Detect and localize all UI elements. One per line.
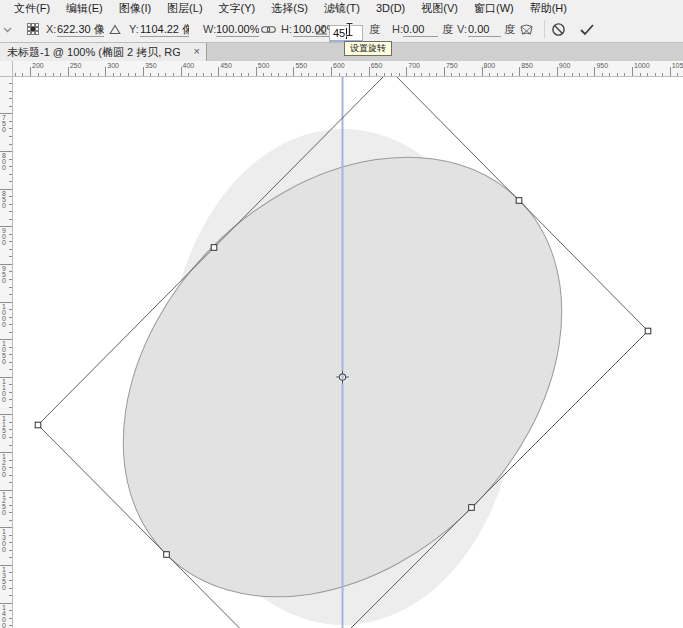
reference-point-locator-icon[interactable] — [27, 16, 40, 42]
ruler-tick — [0, 113, 12, 114]
corner-handle-left[interactable] — [35, 422, 41, 428]
ruler-tick — [662, 73, 663, 76]
ruler-tick — [9, 166, 12, 167]
horizontal-ruler[interactable]: 2002503003504004505005506006507007508008… — [13, 61, 683, 77]
menu-item-8[interactable]: 视图(V) — [413, 1, 466, 16]
ruler-tick — [196, 73, 197, 76]
ruler-tick — [278, 73, 279, 76]
document-tab-bar: 未标题-1 @ 100% (椭圆 2 拷贝, RGB/8#) * × — [0, 43, 683, 61]
document-tab-title: 未标题-1 @ 100% (椭圆 2 拷贝, RGB/8#) * — [0, 45, 180, 60]
relative-position-delta-icon[interactable] — [109, 16, 121, 42]
menu-item-1[interactable]: 编辑(E) — [58, 1, 111, 16]
chevron-down-icon[interactable] — [3, 17, 12, 43]
ruler-tick — [9, 422, 12, 423]
ruler-tick — [9, 211, 12, 212]
ruler-label: 8 0 0 — [2, 153, 6, 171]
menu-item-5[interactable]: 选择(S) — [263, 1, 316, 16]
ruler-tick — [624, 73, 625, 76]
ruler-tick — [9, 618, 12, 619]
transform-options-bar: X: 622.30 像素 Y: 1104.22 像素 W: 100.00% H:… — [0, 16, 683, 43]
ruler-tick — [369, 67, 370, 76]
ruler-label: 950 — [596, 62, 608, 70]
ruler-tick — [248, 73, 249, 76]
warp-mode-toggle-icon[interactable] — [519, 16, 534, 42]
ruler-tick — [323, 73, 324, 76]
edge-handle-top-right[interactable] — [516, 198, 522, 204]
document-canvas[interactable] — [13, 77, 683, 628]
h-skew-field[interactable]: 0.00 — [403, 22, 438, 37]
ruler-tick — [9, 159, 12, 160]
ruler-tick — [0, 226, 12, 227]
cancel-transform-icon[interactable] — [551, 16, 566, 42]
ruler-label: 350 — [145, 62, 157, 70]
ruler-tick — [150, 73, 151, 76]
ruler-tick — [0, 264, 12, 265]
ruler-tick — [632, 67, 633, 76]
ruler-tick — [677, 73, 678, 76]
ruler-tick — [211, 73, 212, 76]
width-field[interactable]: 100.00% — [216, 22, 259, 37]
ruler-tick — [105, 67, 106, 76]
menu-item-10[interactable]: 帮助(H) — [522, 1, 575, 16]
ruler-label: 850 — [521, 62, 533, 70]
ruler-tick — [9, 91, 12, 92]
menu-item-4[interactable]: 文字(Y) — [211, 1, 264, 16]
tab-close-icon[interactable]: × — [194, 45, 200, 57]
menu-item-0[interactable]: 文件(F) — [6, 1, 58, 16]
ruler-tick — [9, 482, 12, 483]
ruler-label: 1 2 0 0 — [2, 454, 6, 478]
ruler-tick — [271, 73, 272, 76]
ruler-tick — [9, 241, 12, 242]
menu-item-6[interactable]: 滤镜(T) — [316, 1, 368, 16]
ruler-label: 300 — [107, 62, 119, 70]
ruler-tick — [9, 535, 12, 536]
ruler-tick — [188, 73, 189, 76]
ruler-tick — [0, 302, 12, 303]
ruler-tick — [9, 542, 12, 543]
ruler-tick — [602, 73, 603, 76]
y-position-field[interactable]: 1104.22 像素 — [140, 22, 189, 37]
ruler-corner[interactable] — [0, 61, 13, 77]
ruler-tick — [9, 287, 12, 288]
edge-handle-top-left[interactable] — [211, 245, 217, 251]
ruler-tick — [203, 73, 204, 76]
corner-handle-right[interactable] — [645, 328, 651, 334]
ruler-tick — [504, 73, 505, 76]
menu-item-7[interactable]: 3D(D) — [368, 2, 413, 14]
ruler-tick — [9, 332, 12, 333]
x-position-field[interactable]: 622.30 像素 — [57, 22, 104, 37]
menu-item-3[interactable]: 图层(L) — [159, 1, 210, 16]
ruler-tick — [354, 73, 355, 76]
ruler-tick — [9, 136, 12, 137]
ruler-tick — [9, 369, 12, 370]
ruler-tick — [9, 557, 12, 558]
ruler-tick — [474, 73, 475, 76]
link-dimensions-icon[interactable] — [261, 16, 276, 42]
ruler-tick — [241, 73, 242, 76]
ruler-tick — [9, 196, 12, 197]
x-position-label: X: — [46, 16, 56, 42]
vertical-ruler[interactable]: 7 5 08 0 08 5 09 0 09 5 01 0 0 01 0 5 01… — [0, 77, 13, 628]
ruler-label: 1 0 5 0 — [2, 341, 6, 365]
document-tab[interactable]: 未标题-1 @ 100% (椭圆 2 拷贝, RGB/8#) * × — [0, 43, 207, 61]
ruler-tick — [173, 73, 174, 76]
menu-item-2[interactable]: 图像(I) — [111, 1, 159, 16]
tooltip-set-rotation: 设置旋转 — [344, 41, 392, 56]
ruler-tick — [9, 181, 12, 182]
ruler-tick — [218, 67, 219, 76]
rotation-unit: 度 — [369, 16, 380, 42]
ruler-tick — [75, 73, 76, 76]
commit-transform-icon[interactable] — [579, 16, 595, 42]
ruler-tick — [226, 73, 227, 76]
ruler-label: 8 5 0 — [2, 191, 6, 209]
ruler-tick — [640, 73, 641, 76]
menu-item-9[interactable]: 窗口(W) — [466, 1, 522, 16]
ruler-tick — [609, 73, 610, 76]
ruler-tick — [647, 73, 648, 76]
ruler-label: 750 — [446, 62, 458, 70]
ruler-tick — [9, 106, 12, 107]
edge-handle-bottom-left[interactable] — [164, 552, 170, 558]
v-skew-field[interactable]: 0.00 — [468, 22, 501, 37]
edge-handle-bottom-right[interactable] — [469, 505, 475, 511]
ruler-tick — [451, 73, 452, 76]
